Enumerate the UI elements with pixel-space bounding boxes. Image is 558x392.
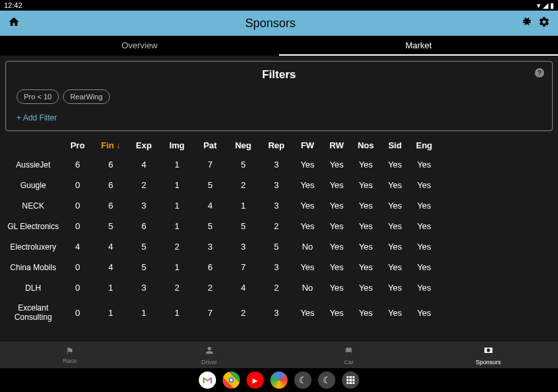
- cell: 7: [194, 308, 227, 318]
- cell: 0: [61, 201, 94, 211]
- header-pat[interactable]: Pat: [194, 140, 227, 150]
- cell: No: [293, 242, 322, 252]
- cell: 0: [61, 308, 94, 318]
- cell: 1: [160, 221, 194, 231]
- cell: Yes: [322, 308, 351, 318]
- cell: Yes: [410, 308, 439, 318]
- cell: Yes: [322, 180, 351, 190]
- nav-car[interactable]: Car: [279, 342, 419, 368]
- cell: 6: [94, 201, 127, 211]
- header-neg[interactable]: Neg: [227, 140, 260, 150]
- cell: 3: [260, 201, 293, 211]
- header-eng[interactable]: Eng: [410, 140, 439, 150]
- sponsors-table: Pro Fin ↓ Exp Img Pat Neg Rep FW RW Nos …: [5, 136, 553, 327]
- cell: Yes: [351, 180, 380, 190]
- table-header-row: Pro Fin ↓ Exp Img Pat Neg Rep FW RW Nos …: [5, 136, 553, 154]
- photos-icon[interactable]: [270, 371, 288, 389]
- cell: 4: [227, 283, 260, 293]
- cell: Yes: [293, 160, 322, 170]
- cell: Yes: [380, 180, 410, 190]
- help-icon[interactable]: ?: [535, 68, 544, 77]
- cell: Yes: [410, 201, 439, 211]
- cell: 5: [194, 180, 227, 190]
- cell: 3: [127, 283, 160, 293]
- gear-icon[interactable]: [538, 16, 550, 30]
- sort-down-icon: ↓: [117, 141, 121, 150]
- header-rw[interactable]: RW: [322, 140, 351, 150]
- cell: Yes: [410, 242, 439, 252]
- table-row[interactable]: China Mobils0451673YesYesYesYesYes: [5, 257, 553, 277]
- cell: 5: [260, 242, 293, 252]
- nav-driver[interactable]: Driver: [140, 342, 280, 368]
- cell: 4: [194, 201, 227, 211]
- cell: Yes: [380, 201, 410, 211]
- cell: 4: [127, 160, 160, 170]
- gmail-icon[interactable]: [199, 371, 216, 389]
- cell: 4: [94, 262, 127, 272]
- cell: 4: [61, 242, 94, 252]
- cell: Yes: [293, 180, 322, 190]
- apps-icon[interactable]: [342, 371, 359, 389]
- table-row[interactable]: GL Electronics0561552YesYesYesYesYes: [5, 216, 553, 236]
- header-nos[interactable]: Nos: [351, 140, 380, 150]
- filters-title: Filters: [14, 68, 544, 81]
- table-row[interactable]: DLH0132242NoYesYesYesYes: [5, 277, 553, 298]
- header-sid[interactable]: Sid: [380, 140, 410, 150]
- app-icon[interactable]: ☾: [318, 371, 335, 389]
- tab-overview[interactable]: Overview: [0, 36, 279, 56]
- cell: 6: [127, 221, 160, 231]
- table-row[interactable]: AussieJet6641753YesYesYesYesYes: [5, 154, 553, 175]
- person-icon: [204, 345, 215, 358]
- nav-sponsors[interactable]: Sponsors: [419, 342, 559, 368]
- header-pro[interactable]: Pro: [61, 140, 94, 150]
- signal-icon: ◢: [543, 1, 548, 10]
- filter-chip[interactable]: Pro < 10: [17, 89, 59, 104]
- nav-race[interactable]: ⚑ Race: [0, 342, 140, 368]
- cell: 6: [194, 262, 227, 272]
- app-icon[interactable]: ☾: [294, 371, 311, 389]
- header-rep[interactable]: Rep: [260, 140, 293, 150]
- bug-icon[interactable]: [521, 16, 533, 30]
- table-row[interactable]: Excelant Consulting0111723YesYesYesYesYe…: [5, 298, 553, 327]
- cell: 7: [227, 262, 260, 272]
- cell: 2: [260, 283, 293, 293]
- filter-chip[interactable]: RearWing: [63, 89, 110, 104]
- sponsor-name: GL Electronics: [5, 222, 61, 231]
- header-exp[interactable]: Exp: [127, 140, 160, 150]
- header-fw[interactable]: FW: [293, 140, 322, 150]
- add-filter-button[interactable]: + Add Filter: [14, 113, 544, 122]
- cell: 1: [160, 201, 194, 211]
- cell: 1: [160, 262, 194, 272]
- header-img[interactable]: Img: [160, 140, 194, 150]
- cell: 1: [160, 308, 194, 318]
- cell: Yes: [380, 221, 410, 231]
- chrome-icon[interactable]: [223, 371, 240, 389]
- table-row[interactable]: NECK0631413YesYesYesYesYes: [5, 195, 553, 216]
- banknote-icon: [483, 345, 494, 358]
- wifi-icon: ▾: [537, 1, 541, 10]
- cell: 0: [61, 283, 94, 293]
- tab-market[interactable]: Market: [279, 36, 558, 56]
- status-bar: 12:42 ▾ ◢ ▮: [0, 0, 558, 11]
- cell: 5: [127, 262, 160, 272]
- car-icon: [343, 345, 354, 358]
- cell: Yes: [351, 308, 380, 318]
- cell: 2: [160, 242, 194, 252]
- header-name: [5, 140, 61, 150]
- cell: 3: [260, 160, 293, 170]
- table-row[interactable]: Guugle0621523YesYesYesYesYes: [5, 175, 553, 195]
- youtube-icon[interactable]: ▶: [247, 371, 264, 389]
- cell: 1: [160, 180, 194, 190]
- header-fin[interactable]: Fin ↓: [94, 140, 127, 150]
- cell: Yes: [293, 262, 322, 272]
- cell: 5: [194, 221, 227, 231]
- cell: 6: [94, 160, 127, 170]
- cell: Yes: [293, 221, 322, 231]
- cell: Yes: [380, 283, 410, 293]
- home-icon[interactable]: [8, 16, 20, 30]
- page-title: Sponsors: [20, 17, 521, 30]
- cell: 1: [160, 160, 194, 170]
- app-bar: Sponsors: [0, 11, 558, 36]
- cell: Yes: [351, 242, 380, 252]
- table-row[interactable]: Electroluxery4452335NoYesYesYesYes: [5, 236, 553, 257]
